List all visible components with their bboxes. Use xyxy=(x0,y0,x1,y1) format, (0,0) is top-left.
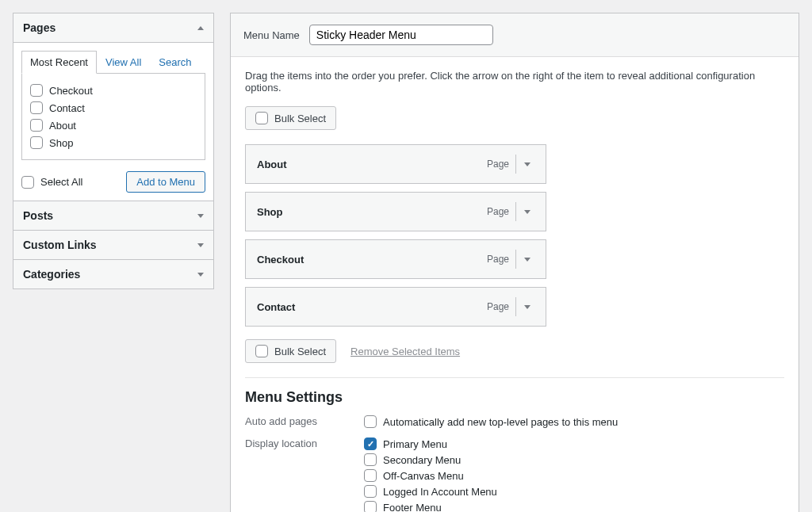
menu-name-label: Menu Name xyxy=(243,29,300,41)
checkbox[interactable] xyxy=(30,119,43,132)
checkbox[interactable] xyxy=(364,437,377,450)
menu-item[interactable]: Shop Page xyxy=(245,192,546,231)
page-item[interactable]: Contact xyxy=(30,99,197,117)
page-item-label: About xyxy=(49,120,76,132)
location-option[interactable]: Footer Menu xyxy=(364,499,497,512)
metabox-categories: Categories xyxy=(13,259,214,289)
auto-add-option[interactable]: Automatically add new top-level pages to… xyxy=(364,414,618,430)
menu-item[interactable]: Contact Page xyxy=(245,287,546,327)
chevron-down-icon xyxy=(524,210,530,214)
checkbox[interactable] xyxy=(21,176,34,189)
checkbox[interactable] xyxy=(30,101,43,114)
location-option[interactable]: Off-Canvas Menu xyxy=(364,468,497,483)
chevron-down-icon xyxy=(524,162,530,166)
select-all-label: Select All xyxy=(40,176,82,188)
checkbox[interactable] xyxy=(255,112,268,124)
checkbox[interactable] xyxy=(30,84,43,97)
menu-item-toggle[interactable] xyxy=(515,297,538,316)
menu-name-row: Menu Name xyxy=(231,13,799,57)
page-item-label: Shop xyxy=(49,137,73,149)
chevron-up-icon xyxy=(197,26,204,30)
menu-item[interactable]: About Page xyxy=(245,144,546,184)
location-option[interactable]: Secondary Menu xyxy=(364,452,497,468)
menu-name-input[interactable] xyxy=(309,25,493,45)
add-to-menu-button[interactable]: Add to Menu xyxy=(126,171,205,193)
menu-edit-panel: Menu Name Drag the items into the order … xyxy=(230,13,799,512)
checkbox[interactable] xyxy=(364,485,377,498)
metabox-pages-title: Pages xyxy=(23,21,56,34)
menu-item-title: Contact xyxy=(257,301,487,313)
menu-item-type: Page xyxy=(487,254,509,265)
menu-item[interactable]: Checkout Page xyxy=(245,239,546,279)
menu-item-type: Page xyxy=(487,206,509,217)
tab-search[interactable]: Search xyxy=(150,51,200,74)
location-label: Logged In Account Menu xyxy=(383,486,497,498)
instructions-text: Drag the items into the order you prefer… xyxy=(245,70,784,94)
menu-item-type: Page xyxy=(487,159,509,170)
location-label: Secondary Menu xyxy=(383,454,461,466)
page-item-label: Contact xyxy=(49,102,85,114)
checkbox[interactable] xyxy=(364,453,377,466)
menu-settings-title: Menu Settings xyxy=(245,389,784,406)
location-option[interactable]: Logged In Account Menu xyxy=(364,483,497,499)
menu-item-title: Shop xyxy=(257,206,487,218)
tab-view-all[interactable]: View All xyxy=(97,51,150,74)
page-item[interactable]: Checkout xyxy=(30,82,197,99)
checkbox[interactable] xyxy=(30,136,43,149)
metabox-pages-header[interactable]: Pages xyxy=(13,13,213,43)
chevron-down-icon xyxy=(524,258,530,262)
metabox-posts-title: Posts xyxy=(23,209,53,222)
checkbox[interactable] xyxy=(364,501,377,512)
location-label: Primary Menu xyxy=(383,438,447,450)
bulk-select-label: Bulk Select xyxy=(274,113,326,124)
page-item[interactable]: Shop xyxy=(30,134,197,151)
metabox-categories-title: Categories xyxy=(23,268,80,281)
menu-item-title: About xyxy=(257,159,487,170)
checkbox[interactable] xyxy=(364,415,377,428)
location-label: Off-Canvas Menu xyxy=(383,470,464,482)
chevron-down-icon xyxy=(197,243,204,247)
chevron-down-icon xyxy=(524,305,530,309)
select-all[interactable]: Select All xyxy=(21,174,82,191)
menu-item-type: Page xyxy=(487,301,509,312)
bulk-select-bottom[interactable]: Bulk Select xyxy=(245,339,336,363)
display-location-label: Display location xyxy=(245,436,340,512)
metabox-custom-links-header[interactable]: Custom Links xyxy=(13,231,213,259)
menu-item-title: Checkout xyxy=(257,254,487,266)
display-location-options: Primary Menu Secondary Menu Off-Canvas M… xyxy=(364,436,497,512)
pages-list: Checkout Contact About Shop xyxy=(21,73,205,160)
metabox-pages: Pages Most Recent View All Search Checko… xyxy=(13,13,214,201)
bulk-select-label: Bulk Select xyxy=(274,346,326,357)
separator xyxy=(245,377,784,378)
menu-item-toggle[interactable] xyxy=(515,202,538,221)
page-item-label: Checkout xyxy=(49,85,93,97)
auto-add-option-label: Automatically add new top-level pages to… xyxy=(383,416,618,428)
location-label: Footer Menu xyxy=(383,502,442,513)
menu-items-list: About Page Shop Page Checkout Page Conta… xyxy=(245,144,546,327)
menu-item-toggle[interactable] xyxy=(515,155,538,174)
menu-item-toggle[interactable] xyxy=(515,250,538,269)
remove-selected-link[interactable]: Remove Selected Items xyxy=(350,346,460,357)
tab-most-recent[interactable]: Most Recent xyxy=(21,51,97,74)
chevron-down-icon xyxy=(197,214,204,218)
bulk-select-top[interactable]: Bulk Select xyxy=(245,106,336,130)
metabox-categories-header[interactable]: Categories xyxy=(13,260,213,288)
pages-tabs: Most Recent View All Search xyxy=(21,51,205,74)
metabox-posts: Posts xyxy=(13,201,214,231)
location-option[interactable]: Primary Menu xyxy=(364,436,497,452)
chevron-down-icon xyxy=(197,273,204,277)
metabox-custom-links-title: Custom Links xyxy=(23,239,97,251)
auto-add-label: Auto add pages xyxy=(245,414,340,430)
metabox-posts-header[interactable]: Posts xyxy=(13,201,213,230)
metabox-custom-links: Custom Links xyxy=(13,230,214,260)
checkbox[interactable] xyxy=(255,345,268,357)
checkbox[interactable] xyxy=(364,469,377,482)
page-item[interactable]: About xyxy=(30,117,197,134)
